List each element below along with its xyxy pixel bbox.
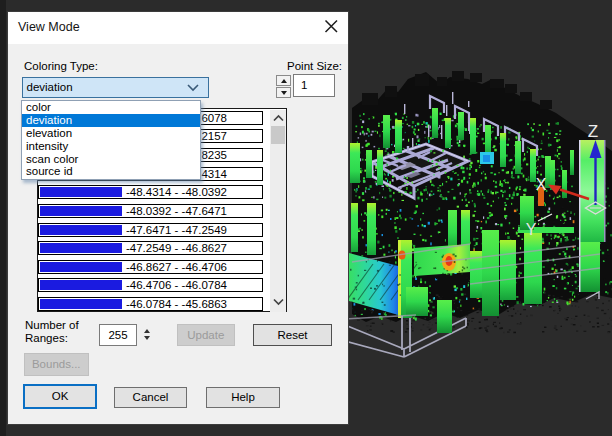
svg-text:Z: Z	[588, 122, 598, 141]
svg-text:X: X	[536, 176, 547, 193]
svg-text:Y: Y	[526, 221, 537, 238]
